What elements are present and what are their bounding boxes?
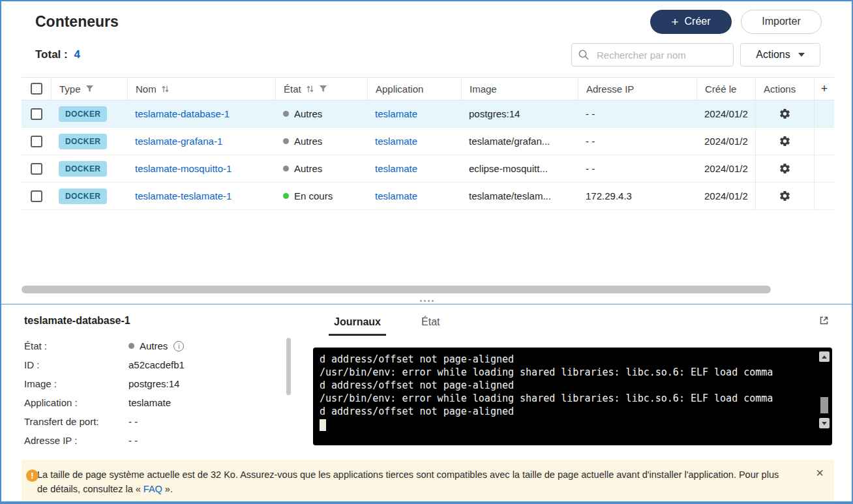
log-line: d address/offset not page-aligned <box>320 379 814 392</box>
filter-icon[interactable] <box>85 85 94 93</box>
column-header-ip[interactable]: Adresse IP <box>578 78 696 100</box>
system-warning-banner: ! La taille de page système actuelle est… <box>22 460 834 504</box>
table-row[interactable]: DOCKER teslamate-teslamate-1 En cours te… <box>22 183 834 210</box>
created-cell: 2024/01/2 <box>696 100 755 127</box>
gear-icon <box>779 108 791 120</box>
container-type-badge: DOCKER <box>59 161 107 177</box>
status-dot-icon <box>128 343 134 349</box>
status-label: Autres <box>294 108 322 119</box>
log-terminal: d address/offset not page-aligned /usr/b… <box>313 348 832 445</box>
row-actions-button[interactable] <box>779 108 791 120</box>
container-name-link[interactable]: teslamate-database-1 <box>135 108 230 119</box>
container-type-badge: DOCKER <box>59 188 107 204</box>
total-count: Total : 4 <box>35 48 80 61</box>
container-name-link[interactable]: teslamate-mosquitto-1 <box>135 163 232 174</box>
image-cell: teslamate/teslam... <box>461 183 578 209</box>
status-dot-icon <box>283 138 289 144</box>
column-header-application[interactable]: Application <box>367 78 461 100</box>
terminal-cursor <box>320 419 326 431</box>
status-label: Autres <box>294 163 322 174</box>
created-cell: 2024/01/2 <box>696 183 755 209</box>
search-icon <box>578 49 590 61</box>
row-actions-button[interactable] <box>779 190 791 202</box>
search-input[interactable] <box>571 43 734 67</box>
column-header-type[interactable]: Type <box>51 78 127 100</box>
detail-field: Application : teslamate <box>24 393 285 412</box>
application-link[interactable]: teslamate <box>375 190 417 201</box>
image-cell: eclipse-mosquitt... <box>461 155 578 182</box>
total-value: 4 <box>74 48 80 61</box>
row-checkbox[interactable] <box>31 163 42 175</box>
log-line: d address/offset not page-aligned <box>320 405 814 418</box>
detail-field: Adresse IP : - - <box>24 431 285 450</box>
terminal-scrollbar[interactable] <box>819 351 830 428</box>
container-manager-window: Conteneurs + Créer Importer Total : 4 Ac… <box>0 0 853 504</box>
import-button[interactable]: Importer <box>741 10 822 34</box>
column-header-name[interactable]: Nom <box>127 78 275 100</box>
sort-icon[interactable] <box>161 85 170 93</box>
filter-icon[interactable] <box>319 85 327 93</box>
scroll-down-icon[interactable] <box>819 418 830 428</box>
horizontal-scroll-thumb[interactable] <box>22 286 771 293</box>
column-header-image[interactable]: Image <box>461 78 578 100</box>
detail-title: teslamate-database-1 <box>24 315 285 327</box>
row-checkbox[interactable] <box>31 108 42 120</box>
image-cell: postgres:14 <box>461 100 578 127</box>
sort-icon[interactable] <box>306 85 314 93</box>
pane-resize-handle[interactable] <box>1 298 852 304</box>
detail-scrollbar[interactable] <box>286 338 291 395</box>
open-in-new-window-button[interactable] <box>818 315 830 328</box>
create-button[interactable]: + Créer <box>650 10 732 34</box>
horizontal-scrollbar <box>22 286 834 293</box>
application-link[interactable]: teslamate <box>375 108 417 119</box>
column-header-actions: Actions <box>755 78 814 100</box>
log-line: /usr/bin/env: error while loading shared… <box>320 366 814 379</box>
container-name-link[interactable]: teslamate-teslamate-1 <box>135 190 232 201</box>
column-header-state[interactable]: État <box>275 78 367 100</box>
actions-dropdown[interactable]: Actions <box>740 43 820 67</box>
created-cell: 2024/01/2 <box>696 128 755 155</box>
tab-journaux[interactable]: Journaux <box>329 316 386 336</box>
row-actions-button[interactable] <box>779 162 791 175</box>
warning-icon: ! <box>26 469 38 482</box>
status-label: En cours <box>294 190 333 201</box>
faq-link[interactable]: FAQ <box>143 484 162 494</box>
total-label: Total : <box>35 48 68 61</box>
close-icon[interactable]: × <box>816 466 824 479</box>
add-column-button[interactable]: + <box>814 78 834 100</box>
container-name-link[interactable]: teslamate-grafana-1 <box>135 136 222 147</box>
scroll-up-icon[interactable] <box>819 351 830 362</box>
gear-icon <box>779 135 791 147</box>
status-dot-icon <box>283 193 289 199</box>
banner-message: La taille de page système actuelle est d… <box>37 467 788 496</box>
application-link[interactable]: teslamate <box>375 163 417 174</box>
detail-pane: teslamate-database-1 État : Autres i ID … <box>1 304 852 460</box>
log-line: d address/offset not page-aligned <box>320 353 814 366</box>
application-link[interactable]: teslamate <box>375 136 417 147</box>
tab-etat[interactable]: État <box>416 316 445 336</box>
row-actions-button[interactable] <box>779 135 791 147</box>
detail-field: Image : postgres:14 <box>24 374 285 393</box>
detail-summary: teslamate-database-1 État : Autres i ID … <box>24 315 285 450</box>
row-checkbox[interactable] <box>31 190 42 202</box>
row-checkbox[interactable] <box>31 136 42 147</box>
info-icon[interactable]: i <box>173 341 184 351</box>
chevron-down-icon <box>798 53 805 57</box>
container-type-badge: DOCKER <box>59 134 107 149</box>
table-row[interactable]: DOCKER teslamate-grafana-1 Autres teslam… <box>22 128 834 155</box>
column-header-created[interactable]: Créé le <box>696 78 755 100</box>
plus-icon: + <box>671 16 678 28</box>
create-button-label: Créer <box>685 16 711 27</box>
table-header: Type Nom État Application Image Adresse … <box>22 77 834 100</box>
ip-cell: - - <box>578 100 696 127</box>
detail-field: État : Autres i <box>24 336 285 355</box>
ip-cell: - - <box>578 128 696 155</box>
status-label: Autres <box>294 136 322 147</box>
terminal-scroll-thumb[interactable] <box>820 397 828 413</box>
page-title: Conteneurs <box>35 13 119 31</box>
table-row[interactable]: DOCKER teslamate-database-1 Autres tesla… <box>22 100 834 128</box>
table-row[interactable]: DOCKER teslamate-mosquitto-1 Autres tesl… <box>22 155 834 183</box>
ip-cell: - - <box>578 155 696 182</box>
containers-table: Type Nom État Application Image Adresse … <box>22 77 834 210</box>
select-all-checkbox[interactable] <box>31 83 42 95</box>
